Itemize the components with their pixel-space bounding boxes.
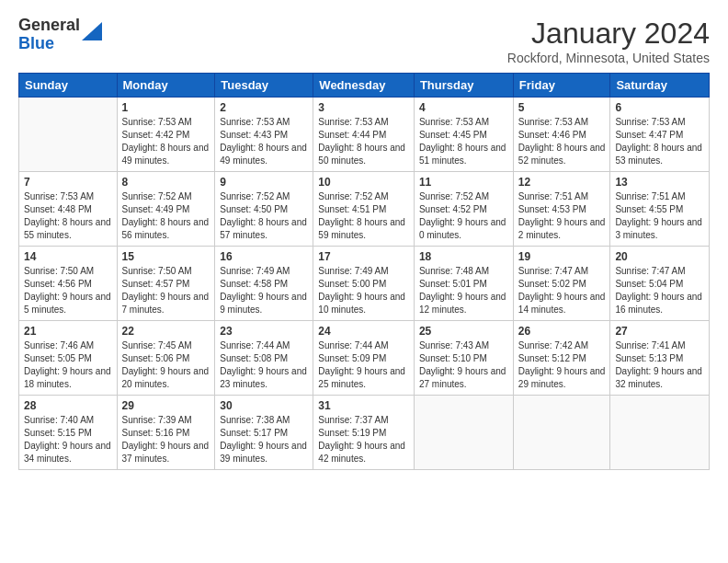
header-sunday: Sunday [19, 74, 118, 98]
day-info: Sunrise: 7:52 AMSunset: 4:49 PMDaylight:… [122, 190, 210, 242]
calendar-cell: 30Sunrise: 7:38 AMSunset: 5:17 PMDayligh… [215, 396, 313, 470]
calendar-cell: 4Sunrise: 7:53 AMSunset: 4:45 PMDaylight… [414, 98, 513, 172]
day-info: Sunrise: 7:50 AMSunset: 4:56 PMDaylight:… [24, 265, 112, 316]
day-number: 10 [318, 176, 409, 189]
location: Rockford, Minnesota, United States [507, 51, 710, 65]
day-info: Sunrise: 7:49 AMSunset: 5:00 PMDaylight:… [318, 265, 409, 316]
day-info: Sunrise: 7:51 AMSunset: 4:55 PMDaylight:… [615, 190, 704, 242]
calendar-cell: 13Sunrise: 7:51 AMSunset: 4:55 PMDayligh… [610, 172, 710, 247]
calendar-cell: 11Sunrise: 7:52 AMSunset: 4:52 PMDayligh… [414, 172, 513, 247]
day-info: Sunrise: 7:41 AMSunset: 5:13 PMDaylight:… [615, 339, 704, 391]
calendar-week-3: 21Sunrise: 7:46 AMSunset: 5:05 PMDayligh… [19, 321, 710, 396]
day-number: 14 [24, 250, 112, 263]
logo: GeneralBlue [18, 17, 102, 53]
day-number: 24 [318, 325, 409, 338]
calendar-week-0: 1Sunrise: 7:53 AMSunset: 4:42 PMDaylight… [19, 98, 710, 172]
day-number: 8 [122, 176, 210, 189]
calendar-cell [414, 396, 513, 470]
calendar-page: GeneralBlue January 2024 Rockford, Minne… [0, 0, 728, 563]
calendar-week-4: 28Sunrise: 7:40 AMSunset: 5:15 PMDayligh… [19, 396, 710, 470]
calendar-cell: 8Sunrise: 7:52 AMSunset: 4:49 PMDaylight… [117, 172, 215, 247]
day-number: 13 [615, 176, 704, 189]
day-number: 15 [122, 250, 210, 263]
calendar-cell: 14Sunrise: 7:50 AMSunset: 4:56 PMDayligh… [19, 247, 118, 321]
day-info: Sunrise: 7:44 AMSunset: 5:08 PMDaylight:… [220, 339, 308, 391]
day-info: Sunrise: 7:38 AMSunset: 5:17 PMDaylight:… [220, 414, 308, 465]
title-area: January 2024 Rockford, Minnesota, United… [507, 17, 710, 65]
calendar-cell: 31Sunrise: 7:37 AMSunset: 5:19 PMDayligh… [313, 396, 415, 470]
day-info: Sunrise: 7:45 AMSunset: 5:06 PMDaylight:… [122, 339, 210, 391]
calendar-cell: 21Sunrise: 7:46 AMSunset: 5:05 PMDayligh… [19, 321, 118, 396]
calendar-cell: 3Sunrise: 7:53 AMSunset: 4:44 PMDaylight… [313, 98, 415, 172]
day-number: 21 [24, 325, 112, 338]
day-number: 3 [318, 101, 409, 114]
calendar-cell: 29Sunrise: 7:39 AMSunset: 5:16 PMDayligh… [117, 396, 215, 470]
day-info: Sunrise: 7:43 AMSunset: 5:10 PMDaylight:… [419, 339, 508, 391]
month-title: January 2024 [507, 17, 710, 51]
day-number: 29 [122, 399, 210, 412]
calendar-cell: 26Sunrise: 7:42 AMSunset: 5:12 PMDayligh… [513, 321, 610, 396]
day-info: Sunrise: 7:53 AMSunset: 4:46 PMDaylight:… [518, 116, 606, 167]
day-info: Sunrise: 7:53 AMSunset: 4:48 PMDaylight:… [24, 190, 112, 242]
calendar-cell: 15Sunrise: 7:50 AMSunset: 4:57 PMDayligh… [117, 247, 215, 321]
calendar-table: Sunday Monday Tuesday Wednesday Thursday… [18, 73, 710, 470]
day-number: 5 [518, 101, 606, 114]
calendar-cell: 20Sunrise: 7:47 AMSunset: 5:04 PMDayligh… [610, 247, 710, 321]
logo-text: GeneralBlue [18, 17, 80, 53]
calendar-cell: 24Sunrise: 7:44 AMSunset: 5:09 PMDayligh… [313, 321, 415, 396]
header: GeneralBlue January 2024 Rockford, Minne… [18, 17, 710, 65]
day-number: 12 [518, 176, 606, 189]
day-number: 28 [24, 399, 112, 412]
day-number: 20 [615, 250, 704, 263]
svg-marker-0 [82, 22, 102, 40]
day-number: 31 [318, 399, 409, 412]
day-info: Sunrise: 7:53 AMSunset: 4:43 PMDaylight:… [220, 116, 308, 167]
calendar-cell: 16Sunrise: 7:49 AMSunset: 4:58 PMDayligh… [215, 247, 313, 321]
day-number: 27 [615, 325, 704, 338]
day-info: Sunrise: 7:50 AMSunset: 4:57 PMDaylight:… [122, 265, 210, 316]
day-number: 16 [220, 250, 308, 263]
header-tuesday: Tuesday [215, 74, 313, 98]
day-info: Sunrise: 7:47 AMSunset: 5:04 PMDaylight:… [615, 265, 704, 316]
calendar-cell: 9Sunrise: 7:52 AMSunset: 4:50 PMDaylight… [215, 172, 313, 247]
day-number: 22 [122, 325, 210, 338]
day-info: Sunrise: 7:37 AMSunset: 5:19 PMDaylight:… [318, 414, 409, 465]
calendar-cell: 2Sunrise: 7:53 AMSunset: 4:43 PMDaylight… [215, 98, 313, 172]
day-info: Sunrise: 7:53 AMSunset: 4:44 PMDaylight:… [318, 116, 409, 167]
calendar-cell: 22Sunrise: 7:45 AMSunset: 5:06 PMDayligh… [117, 321, 215, 396]
day-number: 11 [419, 176, 508, 189]
day-number: 26 [518, 325, 606, 338]
day-number: 6 [615, 101, 704, 114]
day-info: Sunrise: 7:53 AMSunset: 4:42 PMDaylight:… [122, 116, 210, 167]
calendar-cell: 23Sunrise: 7:44 AMSunset: 5:08 PMDayligh… [215, 321, 313, 396]
day-info: Sunrise: 7:49 AMSunset: 4:58 PMDaylight:… [220, 265, 308, 316]
day-info: Sunrise: 7:39 AMSunset: 5:16 PMDaylight:… [122, 414, 210, 465]
day-number: 17 [318, 250, 409, 263]
calendar-cell [610, 396, 710, 470]
calendar-cell [19, 98, 118, 172]
day-info: Sunrise: 7:44 AMSunset: 5:09 PMDaylight:… [318, 339, 409, 391]
day-number: 7 [24, 176, 112, 189]
header-friday: Friday [513, 74, 610, 98]
day-number: 2 [220, 101, 308, 114]
header-wednesday: Wednesday [313, 74, 415, 98]
day-number: 4 [419, 101, 508, 114]
day-info: Sunrise: 7:52 AMSunset: 4:52 PMDaylight:… [419, 190, 508, 242]
calendar-week-1: 7Sunrise: 7:53 AMSunset: 4:48 PMDaylight… [19, 172, 710, 247]
calendar-cell: 25Sunrise: 7:43 AMSunset: 5:10 PMDayligh… [414, 321, 513, 396]
calendar-cell: 19Sunrise: 7:47 AMSunset: 5:02 PMDayligh… [513, 247, 610, 321]
calendar-cell: 17Sunrise: 7:49 AMSunset: 5:00 PMDayligh… [313, 247, 415, 321]
day-number: 9 [220, 176, 308, 189]
header-monday: Monday [117, 74, 215, 98]
day-number: 1 [122, 101, 210, 114]
day-info: Sunrise: 7:52 AMSunset: 4:50 PMDaylight:… [220, 190, 308, 242]
day-number: 18 [419, 250, 508, 263]
day-info: Sunrise: 7:46 AMSunset: 5:05 PMDaylight:… [24, 339, 112, 391]
header-saturday: Saturday [610, 74, 710, 98]
day-number: 30 [220, 399, 308, 412]
day-info: Sunrise: 7:52 AMSunset: 4:51 PMDaylight:… [318, 190, 409, 242]
day-info: Sunrise: 7:40 AMSunset: 5:15 PMDaylight:… [24, 414, 112, 465]
day-number: 19 [518, 250, 606, 263]
day-info: Sunrise: 7:48 AMSunset: 5:01 PMDaylight:… [419, 265, 508, 316]
day-info: Sunrise: 7:42 AMSunset: 5:12 PMDaylight:… [518, 339, 606, 391]
